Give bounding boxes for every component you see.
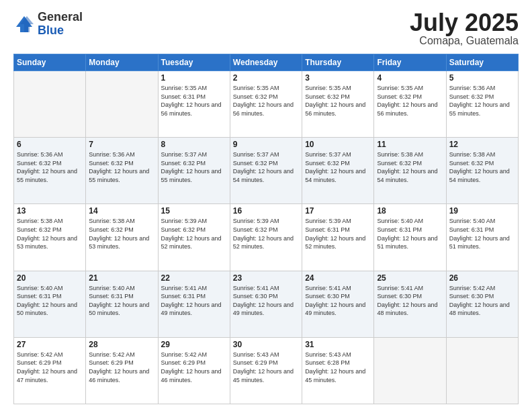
calendar-cell-2-5: 10Sunrise: 5:37 AM Sunset: 6:32 PM Dayli… <box>302 138 374 204</box>
day-number: 14 <box>89 206 154 216</box>
page: General Blue July 2025 Comapa, Guatemala… <box>0 0 532 411</box>
day-info: Sunrise: 5:41 AM Sunset: 6:30 PM Dayligh… <box>233 284 299 318</box>
calendar-cell-1-1 <box>14 71 86 138</box>
day-number: 6 <box>17 140 83 149</box>
day-info: Sunrise: 5:38 AM Sunset: 6:32 PM Dayligh… <box>377 150 443 184</box>
day-info: Sunrise: 5:35 AM Sunset: 6:32 PM Dayligh… <box>233 84 299 118</box>
day-info: Sunrise: 5:38 AM Sunset: 6:32 PM Dayligh… <box>17 217 83 250</box>
day-number: 22 <box>161 273 227 283</box>
calendar-cell-4-2: 21Sunrise: 5:40 AM Sunset: 6:31 PM Dayli… <box>86 271 158 337</box>
calendar-cell-4-3: 22Sunrise: 5:41 AM Sunset: 6:31 PM Dayli… <box>158 271 230 337</box>
calendar-cell-3-2: 14Sunrise: 5:38 AM Sunset: 6:32 PM Dayli… <box>86 204 158 271</box>
day-info: Sunrise: 5:41 AM Sunset: 6:31 PM Dayligh… <box>161 284 227 318</box>
calendar-cell-1-6: 4Sunrise: 5:35 AM Sunset: 6:32 PM Daylig… <box>374 71 446 138</box>
day-number: 27 <box>17 340 83 349</box>
day-info: Sunrise: 5:38 AM Sunset: 6:32 PM Dayligh… <box>89 217 154 250</box>
day-info: Sunrise: 5:40 AM Sunset: 6:31 PM Dayligh… <box>449 217 515 250</box>
calendar-cell-1-2 <box>86 71 158 138</box>
calendar-cell-3-7: 19Sunrise: 5:40 AM Sunset: 6:31 PM Dayli… <box>446 204 518 271</box>
day-number: 25 <box>377 273 443 283</box>
calendar-cell-2-2: 7Sunrise: 5:36 AM Sunset: 6:32 PM Daylig… <box>86 138 158 204</box>
day-info: Sunrise: 5:40 AM Sunset: 6:31 PM Dayligh… <box>377 217 443 250</box>
calendar-cell-1-4: 2Sunrise: 5:35 AM Sunset: 6:32 PM Daylig… <box>230 71 302 138</box>
title-month: July 2025 <box>410 11 519 35</box>
calendar-header-row: Sunday Monday Tuesday Wednesday Thursday… <box>14 54 519 71</box>
calendar-table: Sunday Monday Tuesday Wednesday Thursday… <box>13 54 519 404</box>
day-info: Sunrise: 5:35 AM Sunset: 6:31 PM Dayligh… <box>161 84 227 118</box>
day-info: Sunrise: 5:37 AM Sunset: 6:32 PM Dayligh… <box>305 150 371 184</box>
day-number: 7 <box>89 140 154 149</box>
day-info: Sunrise: 5:37 AM Sunset: 6:32 PM Dayligh… <box>233 150 299 184</box>
day-info: Sunrise: 5:35 AM Sunset: 6:32 PM Dayligh… <box>305 84 371 118</box>
logo-blue-text: Blue <box>38 24 83 38</box>
day-info: Sunrise: 5:43 AM Sunset: 6:29 PM Dayligh… <box>233 351 299 384</box>
calendar-week-row-2: 6Sunrise: 5:36 AM Sunset: 6:32 PM Daylig… <box>14 138 519 204</box>
calendar-cell-2-4: 9Sunrise: 5:37 AM Sunset: 6:32 PM Daylig… <box>230 138 302 204</box>
day-number: 2 <box>233 73 299 83</box>
calendar-cell-3-5: 17Sunrise: 5:39 AM Sunset: 6:31 PM Dayli… <box>302 204 374 271</box>
day-info: Sunrise: 5:36 AM Sunset: 6:32 PM Dayligh… <box>17 150 83 184</box>
day-number: 20 <box>17 273 83 283</box>
calendar-cell-2-3: 8Sunrise: 5:37 AM Sunset: 6:32 PM Daylig… <box>158 138 230 204</box>
col-friday: Friday <box>374 54 446 71</box>
day-info: Sunrise: 5:42 AM Sunset: 6:29 PM Dayligh… <box>161 351 227 384</box>
calendar-cell-4-5: 24Sunrise: 5:41 AM Sunset: 6:30 PM Dayli… <box>302 271 374 337</box>
day-info: Sunrise: 5:39 AM Sunset: 6:31 PM Dayligh… <box>305 217 371 250</box>
day-number: 19 <box>449 206 515 216</box>
col-wednesday: Wednesday <box>230 54 302 71</box>
day-info: Sunrise: 5:36 AM Sunset: 6:32 PM Dayligh… <box>449 84 515 118</box>
day-info: Sunrise: 5:37 AM Sunset: 6:32 PM Dayligh… <box>161 150 227 184</box>
day-number: 10 <box>305 140 371 149</box>
day-number: 8 <box>161 140 227 149</box>
calendar-cell-4-6: 25Sunrise: 5:41 AM Sunset: 6:30 PM Dayli… <box>374 271 446 337</box>
day-number: 5 <box>449 73 515 83</box>
title-block: July 2025 Comapa, Guatemala <box>410 11 519 47</box>
calendar-cell-1-5: 3Sunrise: 5:35 AM Sunset: 6:32 PM Daylig… <box>302 71 374 138</box>
calendar-cell-3-6: 18Sunrise: 5:40 AM Sunset: 6:31 PM Dayli… <box>374 204 446 271</box>
calendar-cell-1-3: 1Sunrise: 5:35 AM Sunset: 6:31 PM Daylig… <box>158 71 230 138</box>
calendar-cell-5-7 <box>446 337 518 404</box>
day-number: 3 <box>305 73 371 83</box>
day-info: Sunrise: 5:42 AM Sunset: 6:29 PM Dayligh… <box>89 351 154 384</box>
col-monday: Monday <box>86 54 158 71</box>
day-info: Sunrise: 5:40 AM Sunset: 6:31 PM Dayligh… <box>89 284 154 318</box>
day-info: Sunrise: 5:42 AM Sunset: 6:29 PM Dayligh… <box>17 351 83 384</box>
calendar-week-row-5: 27Sunrise: 5:42 AM Sunset: 6:29 PM Dayli… <box>14 337 519 404</box>
calendar-cell-4-7: 26Sunrise: 5:42 AM Sunset: 6:30 PM Dayli… <box>446 271 518 337</box>
calendar-week-row-4: 20Sunrise: 5:40 AM Sunset: 6:31 PM Dayli… <box>14 271 519 337</box>
day-number: 24 <box>305 273 371 283</box>
col-thursday: Thursday <box>302 54 374 71</box>
calendar-week-row-1: 1Sunrise: 5:35 AM Sunset: 6:31 PM Daylig… <box>14 71 519 138</box>
day-number: 29 <box>161 340 227 349</box>
day-info: Sunrise: 5:41 AM Sunset: 6:30 PM Dayligh… <box>305 284 371 318</box>
title-location: Comapa, Guatemala <box>410 35 519 47</box>
calendar-cell-5-5: 31Sunrise: 5:43 AM Sunset: 6:28 PM Dayli… <box>302 337 374 404</box>
logo-icon <box>13 13 35 35</box>
day-number: 28 <box>89 340 154 349</box>
calendar-cell-5-4: 30Sunrise: 5:43 AM Sunset: 6:29 PM Dayli… <box>230 337 302 404</box>
calendar-cell-2-6: 11Sunrise: 5:38 AM Sunset: 6:32 PM Dayli… <box>374 138 446 204</box>
calendar-cell-3-4: 16Sunrise: 5:39 AM Sunset: 6:32 PM Dayli… <box>230 204 302 271</box>
calendar-cell-4-1: 20Sunrise: 5:40 AM Sunset: 6:31 PM Dayli… <box>14 271 86 337</box>
day-info: Sunrise: 5:39 AM Sunset: 6:32 PM Dayligh… <box>161 217 227 250</box>
calendar-cell-1-7: 5Sunrise: 5:36 AM Sunset: 6:32 PM Daylig… <box>446 71 518 138</box>
day-info: Sunrise: 5:40 AM Sunset: 6:31 PM Dayligh… <box>17 284 83 318</box>
day-number: 12 <box>449 140 515 149</box>
col-sunday: Sunday <box>14 54 86 71</box>
day-number: 23 <box>233 273 299 283</box>
col-tuesday: Tuesday <box>158 54 230 71</box>
day-info: Sunrise: 5:42 AM Sunset: 6:30 PM Dayligh… <box>449 284 515 318</box>
day-number: 18 <box>377 206 443 216</box>
calendar-cell-2-7: 12Sunrise: 5:38 AM Sunset: 6:32 PM Dayli… <box>446 138 518 204</box>
day-number: 4 <box>377 73 443 83</box>
day-number: 1 <box>161 73 227 83</box>
logo-text: General Blue <box>38 11 83 38</box>
day-number: 13 <box>17 206 83 216</box>
day-number: 11 <box>377 140 443 149</box>
calendar-cell-4-4: 23Sunrise: 5:41 AM Sunset: 6:30 PM Dayli… <box>230 271 302 337</box>
calendar-week-row-3: 13Sunrise: 5:38 AM Sunset: 6:32 PM Dayli… <box>14 204 519 271</box>
day-info: Sunrise: 5:38 AM Sunset: 6:32 PM Dayligh… <box>449 150 515 184</box>
day-number: 15 <box>161 206 227 216</box>
calendar-cell-2-1: 6Sunrise: 5:36 AM Sunset: 6:32 PM Daylig… <box>14 138 86 204</box>
calendar-cell-3-3: 15Sunrise: 5:39 AM Sunset: 6:32 PM Dayli… <box>158 204 230 271</box>
